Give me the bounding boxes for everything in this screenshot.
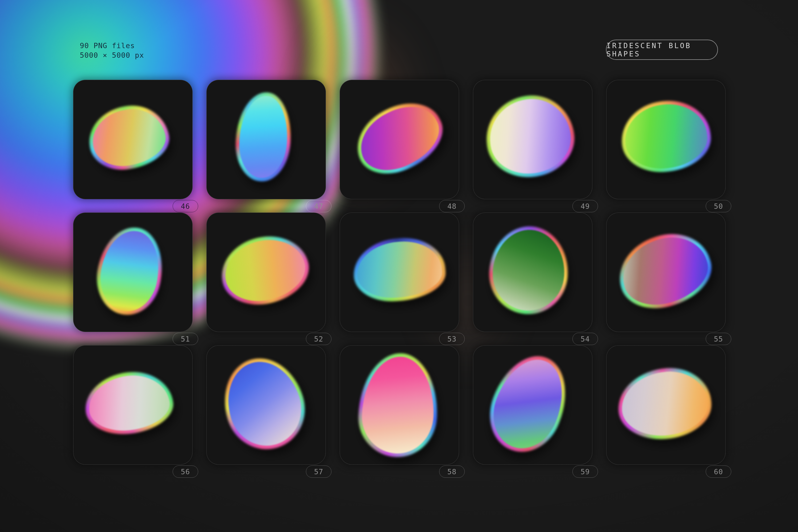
blob-card: 50 bbox=[606, 80, 726, 213]
card-number-badge: 59 bbox=[572, 466, 598, 478]
card-number-badge: 48 bbox=[439, 200, 465, 212]
iridescent-blob bbox=[487, 224, 571, 317]
blob-card: 57 bbox=[206, 345, 326, 478]
card-number-badge: 49 bbox=[572, 200, 598, 212]
file-meta-line2: 5000 × 5000 px bbox=[80, 51, 144, 59]
blob-card: 59 bbox=[473, 345, 592, 478]
blob-card: 48 bbox=[340, 80, 459, 213]
blob-card: 46 bbox=[73, 80, 193, 213]
iridescent-blob bbox=[481, 90, 579, 183]
card-number-badge: 57 bbox=[306, 466, 331, 478]
card-number-badge: 60 bbox=[706, 466, 731, 478]
iridescent-blob bbox=[91, 223, 168, 319]
card-number-badge: 51 bbox=[173, 333, 198, 345]
blob-card: 47 bbox=[206, 80, 326, 213]
blob-card: 54 bbox=[473, 212, 592, 345]
blob-card: 52 bbox=[206, 212, 326, 345]
blob-card: 55 bbox=[606, 212, 726, 345]
card-number-badge: 53 bbox=[439, 333, 465, 345]
iridescent-blob bbox=[616, 365, 714, 442]
page-background: 90 PNG files 5000 × 5000 px IRIDESCENT B… bbox=[0, 0, 798, 532]
card-number-badge: 46 bbox=[173, 200, 198, 212]
card-number-badge: 58 bbox=[439, 466, 465, 478]
iridescent-blob bbox=[82, 367, 176, 439]
grid: 464748495051525354555657585960 bbox=[0, 0, 798, 532]
blob-card: 60 bbox=[606, 345, 726, 478]
iridescent-blob bbox=[618, 96, 715, 177]
file-meta-line1: 90 PNG files bbox=[80, 41, 135, 50]
blob-card: 51 bbox=[73, 212, 193, 345]
card-number-badge: 50 bbox=[706, 200, 731, 212]
card-number-badge: 54 bbox=[572, 333, 598, 345]
file-meta: 90 PNG files 5000 × 5000 px bbox=[80, 41, 144, 60]
blob-card: 56 bbox=[73, 345, 193, 478]
iridescent-blob bbox=[357, 352, 439, 458]
iridescent-blob bbox=[233, 91, 294, 183]
card-number-badge: 55 bbox=[706, 333, 731, 345]
title-pill-label: IRIDESCENT BLOB SHAPES bbox=[607, 41, 717, 58]
blob-card: 53 bbox=[340, 212, 459, 345]
title-pill: IRIDESCENT BLOB SHAPES bbox=[606, 40, 718, 60]
card-number-badge: 47 bbox=[306, 200, 331, 212]
card-number-badge: 56 bbox=[173, 466, 198, 478]
card-number-badge: 52 bbox=[306, 333, 331, 345]
blob-card: 58 bbox=[340, 345, 459, 478]
iridescent-blob bbox=[352, 235, 448, 304]
blob-card: 49 bbox=[473, 80, 592, 213]
